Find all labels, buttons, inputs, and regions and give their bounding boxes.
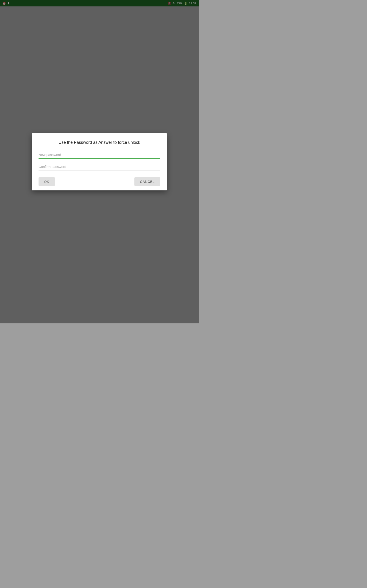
new-password-group <box>39 151 160 159</box>
ok-button[interactable]: OK <box>39 177 55 186</box>
password-dialog: Use the Password as Answer to force unlo… <box>32 133 167 190</box>
dialog-overlay: Use the Password as Answer to force unlo… <box>0 0 199 323</box>
dialog-title: Use the Password as Answer to force unlo… <box>39 140 160 145</box>
cancel-button[interactable]: CANCEL <box>134 177 160 186</box>
dialog-actions: OK CANCEL <box>39 175 160 186</box>
confirm-password-input[interactable] <box>39 163 160 170</box>
confirm-password-group <box>39 163 160 170</box>
new-password-input[interactable] <box>39 151 160 159</box>
